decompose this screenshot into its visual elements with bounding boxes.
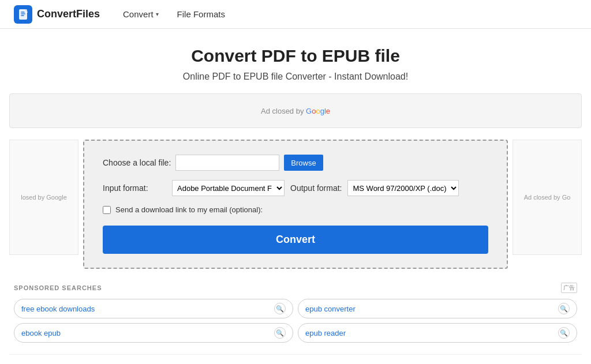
converter-wrapper: losed by Google Choose a local file: Bro…	[9, 140, 582, 269]
file-label: Choose a local file:	[103, 158, 171, 167]
nav-convert[interactable]: Convert ▾	[123, 9, 159, 19]
search-item-epub-reader[interactable]: epub reader 🔍	[298, 323, 577, 343]
input-format-label: Input format:	[103, 183, 166, 193]
how-to-section: How to use PDF to EPUB Converter	[9, 354, 582, 364]
converter-box: Choose a local file: Browse Input format…	[83, 140, 508, 269]
logo-text: ConvertFiles	[37, 8, 100, 20]
nav-file-formats[interactable]: File Formats	[177, 9, 225, 19]
output-format-select[interactable]: MS Word 97/2000/XP (.doc)	[347, 180, 459, 196]
file-input[interactable]	[175, 155, 279, 171]
convert-button[interactable]: Convert	[103, 226, 488, 254]
ad-icon: 广告	[561, 283, 577, 293]
file-chooser-row: Choose a local file: Browse	[103, 155, 488, 171]
search-icon: 🔍	[558, 327, 570, 339]
page-subtitle: Online PDF to EPUB file Converter - Inst…	[9, 72, 582, 82]
output-format-label: Output format:	[290, 183, 342, 193]
search-item-ebook-epub[interactable]: ebook epub 🔍	[14, 323, 293, 343]
browse-button[interactable]: Browse	[284, 155, 323, 171]
search-icon: 🔍	[274, 303, 286, 314]
search-item-epub-converter[interactable]: epub converter 🔍	[298, 299, 577, 318]
header: ConvertFiles Convert ▾ File Formats	[0, 0, 591, 29]
sponsored-header: SPONSORED SEARCHES 广告	[14, 283, 577, 293]
top-ad-banner: Ad closed by Google	[9, 93, 582, 128]
input-format-select[interactable]: Adobe Portable Document F	[172, 180, 285, 196]
search-item-free-ebook[interactable]: free ebook downloads 🔍	[14, 299, 293, 318]
left-side-ad: losed by Google	[9, 140, 78, 255]
logo-icon	[14, 5, 32, 24]
chevron-down-icon: ▾	[156, 11, 159, 17]
search-icon: 🔍	[274, 327, 286, 339]
search-grid: free ebook downloads 🔍 epub converter 🔍 …	[14, 299, 577, 343]
email-checkbox[interactable]	[103, 206, 111, 214]
email-label: Send a download link to my email (option…	[115, 205, 263, 214]
search-icon: 🔍	[558, 303, 570, 314]
sponsored-title: SPONSORED SEARCHES	[14, 284, 102, 291]
main-content: Convert PDF to EPUB file Online PDF to E…	[0, 29, 591, 364]
sponsored-section: SPONSORED SEARCHES 广告 free ebook downloa…	[9, 283, 582, 343]
format-row: Input format: Adobe Portable Document F …	[103, 180, 488, 196]
right-side-ad: Ad closed by Go	[513, 140, 582, 255]
main-nav: Convert ▾ File Formats	[123, 9, 225, 19]
page-title: Convert PDF to EPUB file	[9, 46, 582, 66]
email-row: Send a download link to my email (option…	[103, 205, 488, 214]
svg-rect-0	[19, 9, 27, 20]
logo[interactable]: ConvertFiles	[14, 5, 100, 24]
